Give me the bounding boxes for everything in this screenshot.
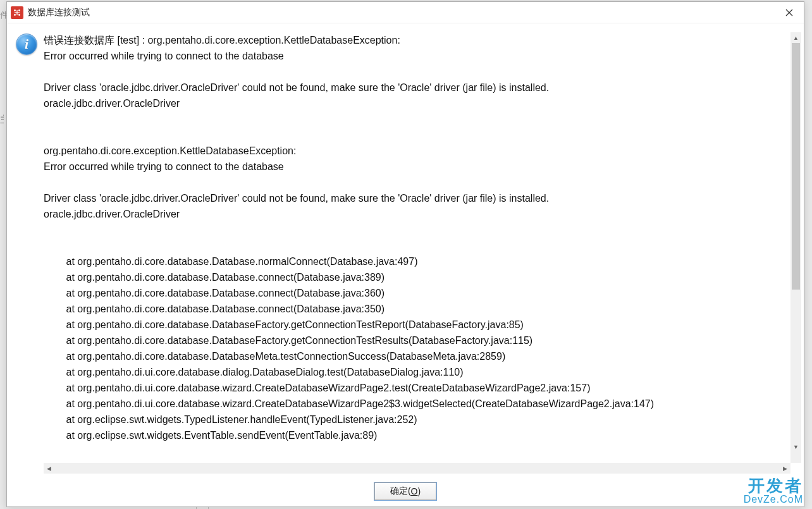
close-icon [785, 9, 793, 16]
svg-point-3 [18, 14, 20, 16]
ok-mnemonic: O [411, 486, 418, 496]
ok-button[interactable]: 确定(O) [374, 482, 436, 500]
app-icon [11, 6, 23, 19]
horizontal-scrollbar[interactable]: ◀ ▶ [44, 463, 790, 474]
svg-point-1 [18, 9, 20, 11]
message-column: 错误连接数据库 [test] : org.pentaho.di.core.exc… [44, 32, 801, 474]
svg-rect-5 [16, 9, 17, 15]
ok-label-post: ) [417, 486, 421, 496]
svg-point-0 [14, 9, 16, 11]
button-bar: 确定(O) [7, 477, 804, 506]
scroll-thumb[interactable] [792, 43, 800, 290]
dialog-window: 数据库连接测试 i 错误连接数据库 [test] : org.pentaho.d… [6, 1, 804, 507]
background-text-2: 主 [0, 114, 4, 126]
scroll-right-arrow-icon[interactable]: ▶ [780, 463, 790, 474]
scroll-down-arrow-icon[interactable]: ▼ [790, 441, 801, 452]
vertical-scrollbar[interactable]: ▲ ▼ [790, 32, 801, 463]
error-message-text: 错误连接数据库 [test] : org.pentaho.di.core.exc… [44, 32, 790, 463]
close-button[interactable] [775, 2, 804, 23]
info-icon: i [16, 34, 37, 55]
window-title: 数据库连接测试 [28, 7, 775, 18]
title-bar: 数据库连接测试 [7, 2, 804, 23]
icon-column: i [16, 32, 44, 474]
scroll-up-arrow-icon[interactable]: ▲ [790, 32, 801, 43]
dialog-body: i 错误连接数据库 [test] : org.pentaho.di.core.e… [7, 23, 804, 477]
svg-point-2 [14, 14, 16, 16]
ok-label-pre: 确定( [390, 486, 411, 497]
scroll-left-arrow-icon[interactable]: ◀ [44, 463, 54, 474]
